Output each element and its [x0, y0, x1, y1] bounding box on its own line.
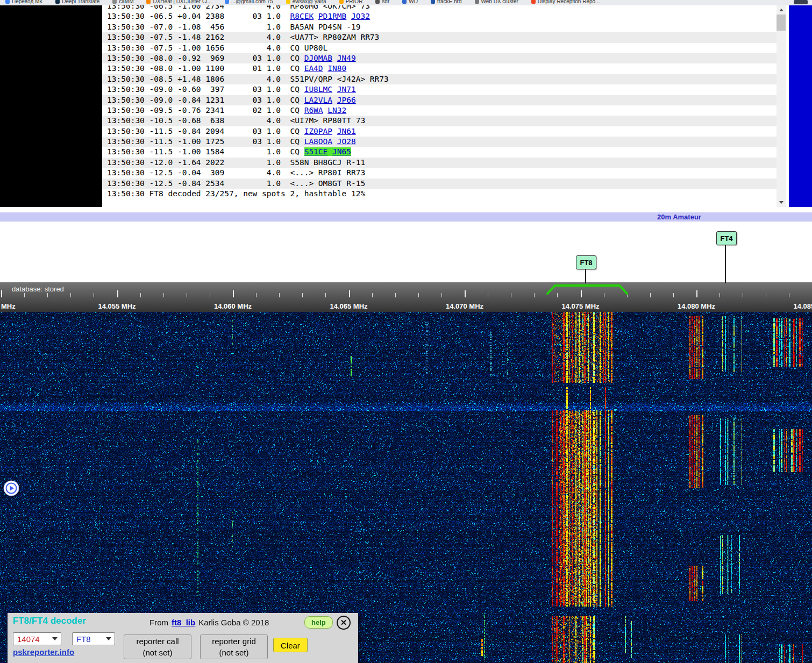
- callsign-link[interactable]: JN65: [332, 147, 351, 156]
- bookmark-favicon-icon: [375, 0, 380, 4]
- waterfall-display[interactable]: [0, 312, 812, 663]
- bookmark-item[interactable]: Display Reception Repo...: [531, 0, 600, 5]
- bookmark-label: Display Reception Repo...: [538, 0, 600, 4]
- bookmark-favicon-icon: [55, 0, 60, 4]
- bookmark-label: Web DX cluster: [481, 0, 518, 4]
- decoder-credit: From ft8_lib Karlis Goba © 2018: [149, 618, 269, 627]
- decode-row: 13:50:30 -07.0 -1.08 456 1.0 BA5AN PD4SN…: [102, 22, 777, 32]
- band-bar: 20m Amateur: [0, 212, 812, 222]
- browser-profile-icon[interactable]: [794, 0, 808, 4]
- bookmark-item[interactable]: ewsax@ yaira: [286, 0, 326, 5]
- ft8-decoder-panel: FT8/FT4 decoder From ft8_lib Karlis Goba…: [8, 613, 358, 663]
- bookmark-item[interactable]: Перевод МК: [5, 0, 42, 5]
- decode-text: [332, 127, 337, 136]
- decode-text: 13:50:30 -09.0 -0.60 397 03 1.0 CQ: [107, 85, 304, 94]
- reporter-grid-button[interactable]: reporter grid (not set): [200, 635, 268, 659]
- decode-row: 13:50:30 -08.0 -0.92 969 03 1.0 CQ DJ0MA…: [102, 53, 777, 63]
- right-blue-panel: [789, 5, 812, 207]
- callsign-link[interactable]: EA4D: [304, 64, 323, 73]
- reporter-grid-line1: reporter grid: [212, 636, 256, 647]
- decode-text: 13:50:30 -11.5 -1.00 1584 1.0 CQ: [107, 147, 304, 156]
- decode-text: 13:50:30 -10.5 -0.68 638 4.0 <UI7M> RP80…: [107, 116, 365, 125]
- callsign-link[interactable]: IN80: [327, 64, 346, 73]
- decode-row: 13:50:30 -10.5 -0.68 638 4.0 <UI7M> RP80…: [102, 116, 777, 126]
- callsign-link[interactable]: LA8OOA: [304, 137, 332, 146]
- bookmark-label: саММ: [119, 0, 133, 4]
- decode-text: [346, 12, 351, 20]
- callsign-link[interactable]: JN71: [337, 85, 356, 94]
- callsign-link[interactable]: S51CE: [304, 147, 328, 156]
- decode-text: 13:50:30 -07.5 -1.00 1656 4.0 CQ UP80L: [107, 44, 327, 52]
- bookmark-favicon-icon: [531, 0, 536, 4]
- decode-row: 13:50:30 -07.5 -1.00 1656 4.0 CQ UP80L: [102, 43, 777, 53]
- decode-text: 13:50:30 -11.5 -1.00 1725 03 1.0 CQ: [107, 137, 304, 146]
- callsign-link[interactable]: LN32: [327, 106, 346, 115]
- callsign-link[interactable]: IU8LMC: [304, 85, 332, 94]
- decode-text: 13:50:30 -09.0 -0.84 1231 03 1.0 CQ: [107, 96, 304, 104]
- decode-text: [332, 85, 337, 94]
- frequency-select-value: 14074: [17, 635, 40, 644]
- decode-row: 13:50:30 -12.0 -1.64 2022 1.0 S58N BH8GC…: [102, 158, 777, 168]
- decode-row: 13:50:30 -09.5 -0.76 2341 02 1.0 CQ R6WA…: [102, 105, 777, 116]
- bookmark-item[interactable]: Deepl Translate: [55, 0, 99, 5]
- ft8-marker-flag[interactable]: FT8: [576, 255, 596, 269]
- callsign-link[interactable]: DJ0MAB: [304, 54, 332, 62]
- scroll-thumb[interactable]: [777, 15, 786, 31]
- callsign-link[interactable]: R8CEK: [290, 12, 314, 20]
- decode-row: 13:50:30 -09.0 -0.60 397 03 1.0 CQ IU8LM…: [102, 84, 777, 95]
- close-button[interactable]: ✕: [337, 616, 351, 630]
- callsign-link[interactable]: LA2VLA: [304, 96, 332, 104]
- mode-select[interactable]: FT8: [72, 632, 115, 645]
- decode-row: 13:50:30 -06.5 +0.04 2388 03 1.0 R8CEK P…: [102, 11, 777, 22]
- scroll-down-button[interactable]: [777, 198, 786, 207]
- bookmark-item[interactable]: trackE.hrd: [431, 0, 462, 5]
- callsign-link[interactable]: JN61: [337, 127, 356, 136]
- bookmark-item[interactable]: ...@gmail.com 75: [225, 0, 273, 5]
- bookmark-item[interactable]: sdr: [375, 0, 389, 5]
- passband-indicator[interactable]: [0, 282, 812, 312]
- frequency-select[interactable]: 14074: [13, 632, 61, 645]
- decode-row: 13:50:30 -07.5 -1.48 2162 4.0 <UA7T> RP8…: [102, 32, 777, 42]
- bookmark-label: PRIOR: [346, 0, 363, 4]
- reporter-call-button[interactable]: reporter call (not set): [124, 635, 191, 659]
- callsign-link[interactable]: JO32: [351, 12, 370, 20]
- decode-row: 13:50:30 -09.0 -0.84 1231 03 1.0 CQ LA2V…: [102, 95, 777, 105]
- decode-row: 13:50:30 -12.5 -0.04 309 4.0 <...> RP80I…: [102, 168, 777, 178]
- clear-button[interactable]: Clear: [273, 638, 308, 652]
- ft4-marker-flag[interactable]: FT4: [716, 231, 737, 245]
- decode-text: [332, 54, 337, 62]
- callsign-link[interactable]: JN49: [337, 54, 356, 62]
- decode-row: 13:50:30 -11.5 -1.00 1725 03 1.0 CQ LA8O…: [102, 137, 777, 147]
- ft8-lib-link[interactable]: ft8_lib: [172, 618, 195, 627]
- callsign-link[interactable]: JO28: [337, 137, 356, 146]
- decode-row: 13:50:30 -11.5 -1.00 1584 1.0 CQ S51CE J…: [102, 147, 777, 157]
- callsign-link[interactable]: R6WA: [304, 106, 323, 115]
- callsign-link[interactable]: JP66: [337, 96, 356, 104]
- decode-text: 13:50:30 -07.0 -1.08 456 1.0 BA5AN PD4SN…: [107, 23, 360, 31]
- decode-text: [323, 106, 328, 115]
- bookmarks-bar: Перевод МКDeepl TranslateсаММDXHeat | DX…: [0, 0, 812, 5]
- log-scrollbar[interactable]: [777, 5, 786, 207]
- bookmark-label: WD: [409, 0, 418, 4]
- bookmark-item[interactable]: DXHeat | DXCluster Cl...: [146, 0, 211, 5]
- bookmark-item[interactable]: саММ: [112, 0, 133, 5]
- callsign-link[interactable]: IZ0PAP: [304, 127, 332, 136]
- bookmark-label: ...@gmail.com 75: [231, 0, 273, 4]
- audio-play-button[interactable]: [3, 480, 19, 496]
- scroll-up-button[interactable]: [777, 5, 786, 15]
- bookmark-item[interactable]: PRIOR: [339, 0, 363, 5]
- bookmark-label: Перевод МК: [12, 0, 42, 4]
- bookmark-item[interactable]: WD: [402, 0, 418, 5]
- bookmark-favicon-icon: [431, 0, 435, 4]
- bookmark-favicon-icon: [225, 0, 229, 4]
- bookmark-label: sdr: [382, 0, 389, 4]
- frequency-scale[interactable]: database: stored MHz14.055 MHz14.060 MHz…: [0, 282, 812, 312]
- decode-text: 13:50:30 -07.5 -1.48 2162 4.0 <UA7T> RP8…: [107, 33, 379, 41]
- decode-text: 13:50:30 -08.0 -1.00 1100 01 1.0 CQ: [107, 64, 304, 73]
- help-button[interactable]: help: [304, 616, 333, 629]
- decode-status: 13:50:30 FT8 decoded 23/257, new spots 2…: [102, 189, 777, 199]
- bookmark-item[interactable]: Web DX cluster: [475, 0, 518, 5]
- callsign-link[interactable]: PD1RMB: [318, 12, 346, 20]
- bookmark-favicon-icon: [475, 0, 479, 4]
- pskreporter-link[interactable]: pskreporter.info: [13, 647, 74, 657]
